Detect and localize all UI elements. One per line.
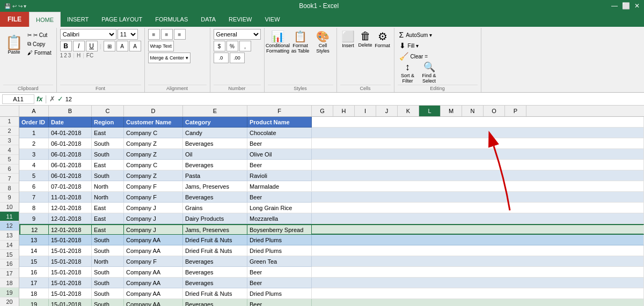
clear-button[interactable]: 🧹 Clear =: [398, 51, 478, 61]
grid-cell[interactable]: Date: [49, 117, 92, 128]
col-header-c[interactable]: C: [92, 106, 124, 116]
row-num-18[interactable]: 18: [0, 278, 19, 288]
tab-page-layout[interactable]: PAGE LAYOUT: [95, 12, 149, 27]
format-table-button[interactable]: 📋 Format as Table: [290, 30, 311, 54]
align-left-button[interactable]: ≡: [148, 29, 160, 40]
row-num-8[interactable]: 8: [0, 183, 19, 193]
cut-button[interactable]: ✂ ✂ Cut: [26, 31, 53, 39]
grid-cell[interactable]: 06-01-2018: [49, 149, 92, 160]
col-header-k[interactable]: K: [398, 106, 419, 116]
grid-cell[interactable]: South: [92, 138, 124, 149]
grid-cell[interactable]: 04-01-2018: [49, 128, 92, 138]
find-select-button[interactable]: 🔍 Find & Select: [419, 61, 440, 84]
grid-cell[interactable]: Dried Fruit & Nuts: [183, 235, 247, 245]
grid-cell[interactable]: 15-01-2018: [49, 299, 92, 306]
grid-cell[interactable]: Company Z: [124, 138, 183, 149]
grid-cell[interactable]: 15-01-2018: [49, 245, 92, 256]
col-header-i[interactable]: I: [355, 106, 376, 116]
grid-cell[interactable]: Boysenberry Spread: [247, 224, 312, 235]
tab-insert[interactable]: INSERT: [61, 12, 95, 27]
align-center-button[interactable]: ≡: [161, 29, 173, 40]
row-num-6[interactable]: 6: [0, 165, 19, 174]
row-num-7[interactable]: 7: [0, 174, 19, 183]
grid-cell[interactable]: East: [92, 160, 124, 170]
grid-cell[interactable]: Order ID: [19, 117, 49, 128]
grid-cell[interactable]: South: [92, 235, 124, 245]
grid-cell[interactable]: Beverages: [183, 138, 247, 149]
grid-cell[interactable]: Company AA: [124, 278, 183, 288]
grid-cell[interactable]: Jams, Preserves: [183, 224, 247, 235]
grid-cell[interactable]: Dried Fruit & Nuts: [183, 245, 247, 256]
grid-cell[interactable]: Company J: [124, 224, 183, 235]
copy-button[interactable]: ⧉ Copy: [26, 40, 53, 48]
grid-cell[interactable]: Company AA: [124, 299, 183, 306]
grid-cell[interactable]: 13: [19, 235, 49, 245]
grid-cell[interactable]: 12-01-2018: [49, 224, 92, 235]
grid-cell[interactable]: 11-01-2018: [49, 192, 92, 203]
grid-cell[interactable]: Beverages: [183, 267, 247, 278]
grid-cell[interactable]: Oil: [183, 149, 247, 160]
grid-cell[interactable]: Company Z: [124, 149, 183, 160]
currency-button[interactable]: $: [214, 41, 225, 51]
grid-cell[interactable]: Ravioli: [247, 170, 312, 181]
percent-button[interactable]: %: [226, 41, 238, 51]
grid-cell[interactable]: Beverages: [183, 192, 247, 203]
row-num-12[interactable]: 12: [0, 221, 19, 231]
paste-button[interactable]: 📋 Paste: [3, 29, 25, 61]
tab-view[interactable]: VIEW: [258, 12, 286, 27]
grid-cell[interactable]: 6: [19, 181, 49, 192]
formula-confirm-icon[interactable]: ✓: [57, 95, 63, 103]
grid-cell[interactable]: Jams, Preserves: [183, 181, 247, 192]
conditional-formatting-button[interactable]: 📊 Conditional Formatting: [268, 30, 288, 54]
grid-cell[interactable]: 17: [19, 278, 49, 288]
grid-cell[interactable]: Beer: [247, 267, 312, 278]
grid-cell[interactable]: Dairy Products: [183, 213, 247, 224]
grid-cell[interactable]: Dried Plums: [247, 288, 312, 299]
col-header-h[interactable]: H: [333, 106, 355, 116]
grid-cell[interactable]: Candy: [183, 128, 247, 138]
grid-cell[interactable]: 5: [19, 170, 49, 181]
grid-cell[interactable]: 06-01-2018: [49, 170, 92, 181]
merge-center-button[interactable]: Merge & Center ▾: [148, 53, 191, 63]
grid-cell[interactable]: Company J: [124, 213, 183, 224]
grid-cell[interactable]: 18: [19, 288, 49, 299]
grid-cell[interactable]: 15-01-2018: [49, 235, 92, 245]
grid-cell[interactable]: South: [92, 149, 124, 160]
row-num-13[interactable]: 13: [0, 231, 19, 241]
grid-cell[interactable]: Product Name: [247, 117, 312, 128]
row-num-11[interactable]: 11: [0, 212, 19, 221]
grid-cell[interactable]: Company F: [124, 192, 183, 203]
row-num-2[interactable]: 2: [0, 126, 19, 136]
grid-cell[interactable]: Company AA: [124, 245, 183, 256]
grid-cell[interactable]: Dried Plums: [247, 235, 312, 245]
grid-cell[interactable]: 2: [19, 138, 49, 149]
sort-filter-button[interactable]: ↕ Sort & Filter: [398, 62, 418, 84]
grid-cell[interactable]: Beer: [247, 138, 312, 149]
wrap-text-button[interactable]: Wrap Text: [148, 41, 174, 51]
row-num-5[interactable]: 5: [0, 155, 19, 165]
col-header-b[interactable]: B: [49, 106, 92, 116]
format-painter-button[interactable]: 🖌 Format: [26, 49, 53, 57]
grid-cell[interactable]: Mozzarella: [247, 213, 312, 224]
autosum-button[interactable]: Σ AutoSum ▾: [398, 30, 478, 40]
window-buttons[interactable]: —⬜✕: [611, 2, 640, 10]
border-button[interactable]: ⊞: [104, 41, 115, 51]
grid-cell[interactable]: Company AA: [124, 235, 183, 245]
grid-cell[interactable]: Company F: [124, 181, 183, 192]
grid-cell[interactable]: East: [92, 224, 124, 235]
grid-cell[interactable]: Marmalade: [247, 181, 312, 192]
grid-cell[interactable]: Category: [183, 117, 247, 128]
font-color-button[interactable]: A: [129, 41, 141, 51]
grid-cell[interactable]: Pasta: [183, 170, 247, 181]
grid-cell[interactable]: North: [92, 192, 124, 203]
grid-cell[interactable]: Company C: [124, 128, 183, 138]
grid-cell[interactable]: Beer: [247, 160, 312, 170]
grid-cell[interactable]: Green Tea: [247, 256, 312, 267]
grid-cell[interactable]: Chocolate: [247, 128, 312, 138]
align-right-button[interactable]: ≡: [174, 29, 186, 40]
tab-home[interactable]: HOME: [29, 12, 61, 27]
grid-cell[interactable]: Dried Plums: [247, 245, 312, 256]
row-num-20[interactable]: 20: [0, 297, 19, 306]
grid-cell[interactable]: 14: [19, 245, 49, 256]
increase-decimal-button[interactable]: .00: [230, 53, 245, 63]
